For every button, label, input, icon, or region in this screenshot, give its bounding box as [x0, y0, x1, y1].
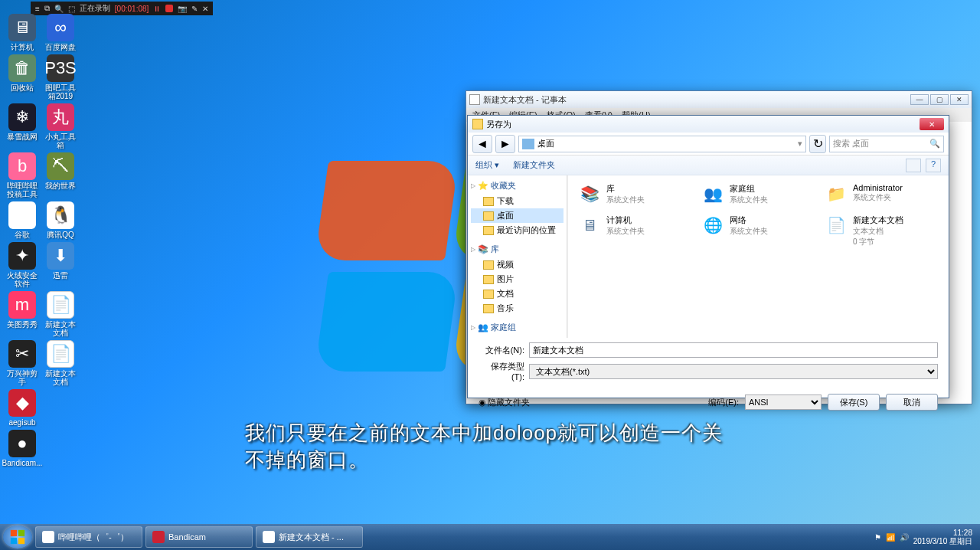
desktop-icon[interactable]: ◆aegisub: [6, 389, 38, 427]
save-as-dialog: 另存为 ✕ ◄ ► 桌面 ▾ ↻ 搜索 桌面 🔍 组织 ▾ 新建文件夹 ?: [467, 115, 949, 398]
encoding-select[interactable]: ANSI: [745, 394, 822, 410]
desktop-icon[interactable]: ✦火绒安全软件: [6, 242, 38, 288]
dialog-titlebar[interactable]: 另存为 ✕: [468, 116, 949, 133]
taskbar-item[interactable]: 哔哩哔哩（゜-゜）: [35, 526, 142, 548]
desktop-icon[interactable]: P3S图吧工具箱2019: [44, 54, 77, 100]
desktop-icon[interactable]: 丸小丸工具箱: [44, 103, 77, 149]
close-icon[interactable]: ✕: [202, 5, 208, 13]
file-item[interactable]: 🌐网络系统文件夹: [699, 213, 818, 249]
maximize-button[interactable]: ▢: [930, 94, 949, 105]
document-icon: [469, 94, 480, 105]
desktop-icon[interactable]: ∞百度网盘: [44, 14, 77, 51]
desktop-icon[interactable]: ◉谷歌: [6, 201, 38, 239]
file-list: 📚库系统文件夹👥家庭组系统文件夹📁Administrator系统文件夹🖥计算机系…: [567, 175, 949, 338]
desktop-icon[interactable]: 📄新建文本文档: [44, 340, 77, 386]
pencil-icon[interactable]: ✎: [191, 5, 198, 13]
back-button[interactable]: ◄: [472, 135, 492, 153]
tray-network-icon[interactable]: 📶: [886, 533, 895, 542]
view-options-button[interactable]: [906, 159, 921, 172]
taskbar-item[interactable]: 新建文本文档 - ...: [256, 526, 363, 548]
desktop-icon[interactable]: ❄暴雪战网: [6, 103, 38, 149]
filetype-select[interactable]: 文本文档(*.txt): [529, 364, 938, 379]
svg-rect-3: [18, 538, 24, 544]
refresh-button[interactable]: ↻: [809, 135, 826, 153]
tree-item[interactable]: 最近访问的位置: [471, 223, 564, 237]
dialog-toolbar: 组织 ▾ 新建文件夹 ?: [468, 156, 949, 175]
breadcrumb[interactable]: 桌面 ▾: [518, 136, 806, 152]
tree-item[interactable]: 视频: [471, 257, 564, 272]
tree-item[interactable]: 文档: [471, 286, 564, 301]
search-input[interactable]: 搜索 桌面 🔍: [829, 136, 944, 152]
file-item[interactable]: 📄新建文本文档文本文档0 字节: [822, 213, 941, 249]
close-button[interactable]: ✕: [920, 118, 944, 130]
desktop-icon[interactable]: ⬇迅雷: [44, 242, 77, 288]
tree-item[interactable]: 图片: [471, 272, 564, 286]
desktop-icon[interactable]: ✂万兴神剪手: [6, 340, 38, 386]
desktop-icon[interactable]: ⛏我的世界: [44, 152, 77, 198]
system-tray[interactable]: ⚑ 📶 🔊 11:28 2019/3/10 星期日: [874, 529, 977, 545]
desktop: ≡⧉🔍⬚ 正在录制 [00:01:08] ⏸ 📷 ✎ ✕ 🖥计算机∞百度网盘🗑回…: [0, 0, 980, 550]
desktop-icon[interactable]: ●Bandicam...: [6, 430, 38, 467]
dialog-nav: ◄ ► 桌面 ▾ ↻ 搜索 桌面 🔍: [468, 133, 949, 156]
tree-libraries[interactable]: 📚 库: [471, 244, 564, 255]
cancel-button[interactable]: 取消: [886, 394, 938, 411]
notepad-titlebar[interactable]: 新建文本文档 - 记事本 — ▢ ✕: [466, 91, 972, 108]
tree-item[interactable]: 音乐: [471, 301, 564, 316]
svg-rect-1: [18, 530, 24, 536]
tree-item[interactable]: 下载: [471, 194, 564, 208]
folder-tree: ⭐ 收藏夹 下载桌面最近访问的位置 📚 库 视频图片文档音乐 👥 家庭组: [468, 175, 567, 338]
close-button[interactable]: ✕: [950, 94, 969, 105]
desktop-icon[interactable]: m美图秀秀: [6, 291, 38, 337]
start-button[interactable]: [3, 525, 32, 548]
clock[interactable]: 11:28 2019/3/10 星期日: [913, 529, 972, 545]
minimize-button[interactable]: —: [910, 94, 929, 105]
video-subtitle: 我们只要在之前的文本中加doloop就可以创造一个关不掉的窗口。: [245, 420, 735, 473]
tree-item[interactable]: 桌面: [471, 208, 564, 223]
tray-flag-icon[interactable]: ⚑: [874, 533, 881, 542]
dialog-title: 另存为: [486, 119, 511, 130]
tray-volume-icon[interactable]: 🔊: [900, 533, 909, 542]
help-button[interactable]: ?: [926, 159, 941, 172]
tree-homegroup[interactable]: 👥 家庭组: [471, 322, 564, 333]
organize-menu[interactable]: 组织 ▾: [475, 159, 499, 171]
filetype-label: 保存类型(T):: [479, 361, 524, 381]
folder-icon: [472, 119, 483, 129]
new-folder-button[interactable]: 新建文件夹: [513, 159, 555, 171]
forward-button[interactable]: ►: [495, 135, 515, 153]
save-button[interactable]: 保存(S): [828, 394, 880, 411]
taskbar: 哔哩哔哩（゜-゜）Bandicam新建文本文档 - ... ⚑ 📶 🔊 11:2…: [0, 524, 980, 550]
desktop-icon[interactable]: b哔哩哔哩投稿工具: [6, 152, 38, 198]
hide-folders-toggle[interactable]: ◉ 隐藏文件夹: [479, 397, 530, 408]
notepad-title: 新建文本文档 - 记事本: [483, 94, 567, 106]
desktop-icon[interactable]: 🖥计算机: [6, 14, 38, 51]
file-item[interactable]: 📁Administrator系统文件夹: [822, 182, 941, 207]
filename-input[interactable]: [529, 342, 938, 358]
taskbar-item[interactable]: Bandicam: [145, 526, 253, 548]
svg-rect-0: [11, 530, 17, 536]
encoding-label: 编码(E):: [708, 397, 739, 408]
desktop-icon[interactable]: 🗑回收站: [6, 54, 38, 100]
desktop-icon: [522, 139, 534, 149]
desktop-icon[interactable]: 📄新建文本文档: [44, 291, 77, 337]
desktop-icon[interactable]: 🐧腾讯QQ: [44, 201, 77, 239]
file-item[interactable]: 📚库系统文件夹: [576, 182, 694, 207]
tree-favorites[interactable]: ⭐ 收藏夹: [471, 180, 564, 192]
camera-icon[interactable]: 📷: [178, 5, 187, 13]
file-item[interactable]: 🖥计算机系统文件夹: [576, 213, 694, 249]
filename-label: 文件名(N):: [479, 345, 524, 356]
file-item[interactable]: 👥家庭组系统文件夹: [699, 182, 818, 207]
search-icon: 🔍: [929, 139, 940, 149]
svg-rect-2: [11, 538, 17, 544]
record-icon[interactable]: [165, 5, 173, 12]
